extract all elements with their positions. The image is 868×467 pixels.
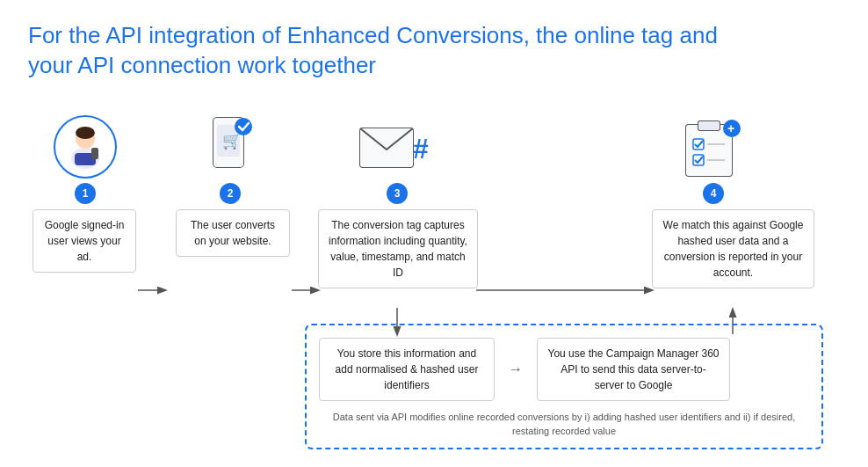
svg-text:#: # bbox=[413, 133, 429, 164]
step-3-number: 3 bbox=[387, 183, 408, 204]
diagram-area: 1 Google signed-in user views your ad. 🛒… bbox=[28, 106, 836, 422]
clipboard-icon: + bbox=[677, 114, 749, 179]
step-4-number: 4 bbox=[703, 183, 724, 204]
step-4-box: We match this against Google hashed user… bbox=[652, 209, 814, 288]
step-2-number: 2 bbox=[220, 183, 241, 204]
svg-point-9 bbox=[76, 127, 95, 139]
phone-cart-icon: 🛒 bbox=[201, 114, 259, 179]
dashed-api-box: You store this information and add norma… bbox=[305, 324, 823, 449]
svg-point-17 bbox=[235, 118, 252, 135]
step-3-box: The conversion tag captures information … bbox=[318, 209, 478, 288]
bottom-boxes-row: You store this information and add norma… bbox=[319, 338, 809, 401]
svg-rect-11 bbox=[91, 148, 98, 159]
page-title: For the API integration of Enhanced Conv… bbox=[28, 21, 749, 81]
step-1-icon-area: 1 bbox=[46, 114, 125, 204]
person-icon bbox=[53, 114, 118, 179]
campaign-box: You use the Campaign Manager 360 API to … bbox=[537, 338, 730, 401]
svg-text:+: + bbox=[727, 121, 734, 135]
step-1-box: Google signed-in user views your ad. bbox=[33, 209, 136, 273]
step-3-icon-area: # 3 bbox=[344, 114, 450, 204]
email-hash-icon: # bbox=[353, 114, 441, 179]
step-1-number: 1 bbox=[75, 183, 96, 204]
store-to-campaign-arrow: → bbox=[495, 361, 537, 377]
step-4-icon-area: + 4 bbox=[669, 114, 757, 204]
store-box: You store this information and add norma… bbox=[319, 338, 495, 401]
step-2-box: The user converts on your website. bbox=[176, 209, 290, 257]
step-2-icon-area: 🛒 2 bbox=[195, 114, 265, 204]
dashed-note: Data sent via API modifies online record… bbox=[319, 410, 809, 439]
svg-rect-24 bbox=[698, 121, 720, 130]
